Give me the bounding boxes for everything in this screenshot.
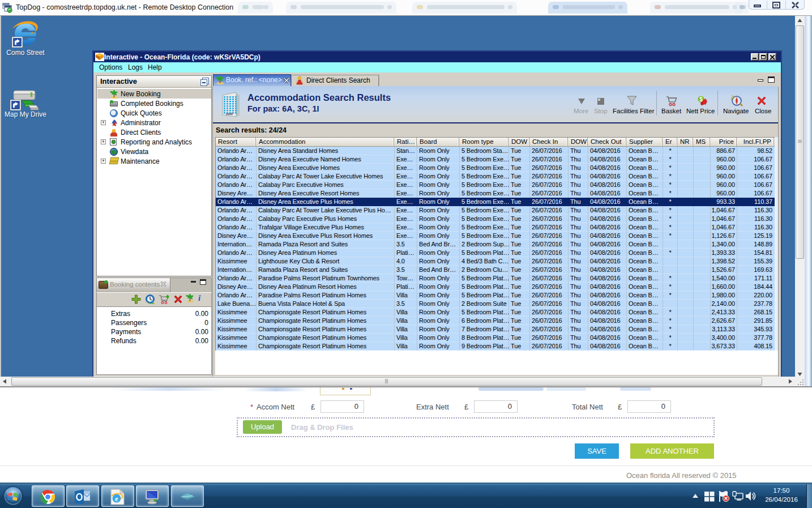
svg-text:e: e xyxy=(115,494,118,503)
